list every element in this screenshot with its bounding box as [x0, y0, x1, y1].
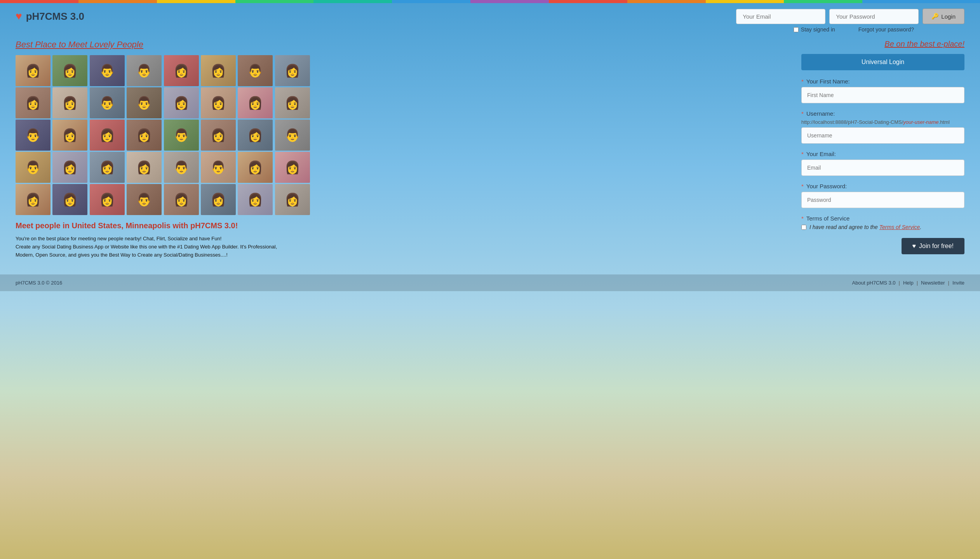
person-photo: 👨	[238, 55, 273, 86]
photo-cell: 👩	[201, 184, 236, 215]
person-photo: 👩	[52, 120, 87, 151]
forgot-password-link[interactable]: Forgot your password?	[858, 26, 914, 33]
person-photo: 👨	[164, 120, 199, 151]
person-photo: 👩	[275, 55, 310, 86]
photo-cell: 👩	[52, 87, 87, 118]
photo-cell: 👩	[52, 184, 87, 215]
rainbow-bar	[0, 0, 980, 3]
join-label: Join for free!	[919, 243, 954, 250]
first-name-label: * Your First Name:	[801, 78, 964, 85]
login-button[interactable]: 🔑 Login	[923, 9, 964, 24]
tos-checkbox[interactable]	[801, 225, 806, 230]
person-photo: 👩	[52, 55, 87, 86]
person-photo: 👩	[275, 87, 310, 118]
tos-text: I have read and agree to the Terms of Se…	[809, 224, 921, 230]
photo-cell: 👩	[275, 55, 310, 86]
photo-cell: 👩	[164, 87, 199, 118]
photo-cell: 👩	[164, 184, 199, 215]
photo-cell: 👨	[164, 120, 199, 151]
required-star: *	[801, 110, 804, 117]
person-photo: 👨	[90, 87, 125, 118]
person-photo: 👩	[201, 55, 236, 86]
required-star: *	[801, 151, 804, 157]
email-input[interactable]	[801, 160, 964, 176]
photo-cell: 👩	[238, 120, 273, 151]
photo-cell: 👨	[275, 120, 310, 151]
photo-cell: 👨	[16, 120, 50, 151]
photo-cell: 👨	[127, 184, 162, 215]
photo-cell: 👩	[201, 55, 236, 86]
person-photo: 👩	[201, 120, 236, 151]
photo-cell: 👩	[90, 120, 125, 151]
tagline-link[interactable]: Best Place to Meet Lovely People	[16, 40, 786, 50]
stay-signed-checkbox[interactable]	[794, 27, 799, 32]
footer-link-about[interactable]: About pH7CMS 3.0	[852, 280, 896, 286]
tos-section: * Terms of Service I have read and agree…	[801, 215, 964, 230]
photo-cell: 👨	[201, 152, 236, 183]
person-photo: 👩	[16, 184, 50, 215]
login-label: Login	[941, 13, 956, 20]
person-photo: 👩	[90, 184, 125, 215]
person-photo: 👩	[164, 184, 199, 215]
photo-cell: 👩	[164, 55, 199, 86]
meet-text: Meet people in United States, Minneapoli…	[16, 221, 786, 230]
person-photo: 👩	[127, 120, 162, 151]
best-eplace-link[interactable]: Be on the best e-place!	[801, 40, 964, 49]
photo-cell: 👩	[16, 87, 50, 118]
footer-link-help[interactable]: Help	[903, 280, 914, 286]
photo-cell: 👩	[90, 152, 125, 183]
tos-link[interactable]: Terms of Service	[879, 224, 920, 230]
header-email-input[interactable]	[736, 9, 825, 24]
footer-link-invite[interactable]: Invite	[952, 280, 964, 286]
person-photo: 👩	[238, 87, 273, 118]
photo-cell: 👩	[201, 87, 236, 118]
person-photo: 👨	[90, 55, 125, 86]
logo-area: ♥ pH7CMS 3.0	[16, 10, 736, 23]
username-input[interactable]	[801, 127, 964, 144]
password-group: * Your Password:	[801, 183, 964, 208]
heart-icon: ♥	[912, 243, 916, 250]
stay-signed-label: Stay signed in	[801, 26, 835, 33]
required-star: *	[801, 183, 804, 189]
sub-header-row: Stay signed in Forgot your password?	[0, 26, 980, 36]
universal-login-button[interactable]: Universal Login	[801, 54, 964, 70]
required-star: *	[801, 78, 804, 85]
main-content: Best Place to Meet Lovely People 👩 👩 👨 👨…	[0, 36, 980, 267]
required-star: *	[801, 215, 804, 222]
join-button[interactable]: ♥ Join for free!	[902, 238, 964, 254]
person-photo: 👩	[16, 55, 50, 86]
header-password-input[interactable]	[829, 9, 919, 24]
photo-cell: 👩	[127, 152, 162, 183]
person-photo: 👨	[16, 152, 50, 183]
username-hint: http://localhost:8888/pH7-Social-Dating-…	[801, 119, 964, 125]
password-input[interactable]	[801, 192, 964, 208]
username-group: * Username: http://localhost:8888/pH7-So…	[801, 110, 964, 144]
photo-cell: 👩	[238, 87, 273, 118]
person-photo: 👩	[90, 120, 125, 151]
person-photo: 👩	[127, 152, 162, 183]
username-label: * Username:	[801, 110, 964, 117]
person-photo: 👩	[52, 152, 87, 183]
person-photo: 👨	[164, 152, 199, 183]
photo-cell: 👨	[127, 55, 162, 86]
person-photo: 👩	[164, 55, 199, 86]
person-photo: 👨	[127, 55, 162, 86]
photo-cell: 👨	[164, 152, 199, 183]
first-name-input[interactable]	[801, 87, 964, 103]
photo-cell: 👨	[238, 55, 273, 86]
photo-cell: 👩	[52, 120, 87, 151]
email-label: * Your Email:	[801, 151, 964, 157]
person-photo: 👩	[52, 87, 87, 118]
footer-link-newsletter[interactable]: Newsletter	[921, 280, 945, 286]
person-photo: 👩	[238, 152, 273, 183]
photo-cell: 👩	[16, 55, 50, 86]
photo-cell: 👩	[127, 120, 162, 151]
first-name-group: * Your First Name:	[801, 78, 964, 103]
footer-links: About pH7CMS 3.0 | Help | Newsletter | I…	[852, 280, 964, 286]
photo-cell: 👩	[275, 87, 310, 118]
person-photo: 👩	[90, 152, 125, 183]
photo-cell: 👩	[16, 184, 50, 215]
header: ♥ pH7CMS 3.0 🔑 Login	[0, 3, 980, 26]
person-photo: 👩	[201, 87, 236, 118]
photo-cell: 👨	[90, 55, 125, 86]
